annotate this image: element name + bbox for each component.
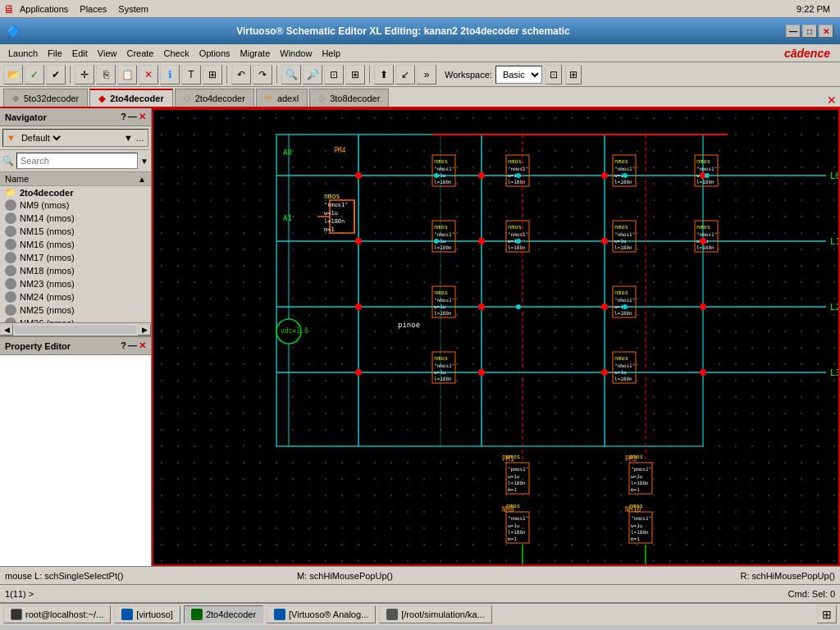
tb-delete-button[interactable]: ✕ [139, 65, 158, 84]
prop-close-icon[interactable]: ✕ [139, 340, 146, 351]
item-label-nm15: NM15 (nmos) [20, 226, 75, 236]
tb-descend-button[interactable]: ↙ [395, 65, 415, 84]
item-label-nm23: NM23 (nmos) [20, 279, 75, 289]
tb-undo-button[interactable]: ↶ [231, 65, 251, 84]
item-label-nm17: NM17 (nmos) [20, 253, 75, 262]
tb-hierarchy-button[interactable]: ⬆ [374, 65, 394, 84]
nav-item-nm16[interactable]: NM16 (nmos) [0, 238, 151, 251]
tab-2to4decoder-active[interactable]: ◆ 2to4decoder [89, 89, 172, 107]
minimize-button[interactable]: — [786, 25, 801, 38]
menu-file[interactable]: File [43, 47, 67, 60]
scroll-right-btn[interactable]: ▶ [138, 324, 151, 336]
tb-copy-button[interactable]: ⎘ [96, 65, 116, 84]
nav-scroll-up[interactable]: ▲ [138, 175, 146, 184]
places-menu[interactable]: Places [75, 2, 112, 16]
nav-folder-root[interactable]: 📁 2to4decoder [0, 186, 151, 199]
svg-point-135 [700, 304, 706, 310]
prop-min-icon[interactable]: — [128, 340, 137, 351]
nav-item-nm15[interactable]: NM15 (nmos) [0, 225, 151, 238]
tab-5to32decoder[interactable]: ◆ 5to32decoder [3, 89, 88, 107]
search-down-arrow[interactable]: ▼ [140, 157, 148, 166]
menu-window[interactable]: Window [275, 47, 317, 60]
left-scrollbar[interactable]: ◀ ▶ [0, 322, 151, 336]
system-menu[interactable]: System [113, 2, 153, 16]
tb-zoom-area-button[interactable]: ⊞ [345, 65, 365, 84]
tb-ws-btn2[interactable]: ⊞ [565, 65, 582, 84]
search-input[interactable] [16, 153, 138, 169]
svg-point-128 [478, 304, 485, 310]
schematic-area[interactable]: L0 L1 L2 L3 nmos "nmos1" w=1u l=180n [152, 108, 840, 566]
tab-2to4-active-icon: ◆ [98, 94, 105, 104]
maximize-button[interactable]: □ [802, 25, 817, 38]
applications-menu[interactable]: Applications [15, 2, 73, 16]
prop-help-icon[interactable]: ? [121, 340, 126, 351]
tab-2to4decoder-2[interactable]: ◇ 2to4decoder [175, 89, 254, 107]
tab-adexl-label: adexl [277, 94, 299, 103]
tb-zoom-out-button[interactable]: 🔎 [303, 65, 322, 84]
svg-text:l=180n: l=180n [631, 480, 649, 486]
filter-more[interactable]: … [135, 133, 144, 143]
svg-text:nmos: nmos [434, 290, 448, 296]
title-bar: 🔷 Virtuoso® Schematic Editor XL Editing:… [0, 18, 840, 44]
tab-adexl[interactable]: ✏ adexl [256, 89, 308, 107]
filter-arrow[interactable]: ▼ [124, 133, 133, 143]
close-button[interactable]: ✕ [819, 25, 833, 38]
svg-text:w=1u: w=1u [614, 238, 627, 244]
workspace-select[interactable]: Basic [495, 66, 542, 84]
nav-item-nm14[interactable]: NM14 (nmos) [0, 212, 151, 225]
tab-close-all-button[interactable]: ✕ [827, 94, 837, 107]
menu-launch[interactable]: Launch [3, 47, 43, 60]
menu-check[interactable]: Check [158, 47, 194, 60]
nav-item-nm24[interactable]: NM24 (nmos) [0, 290, 151, 304]
tb-redo-button[interactable]: ↷ [253, 65, 272, 84]
tb-move-button[interactable]: ✛ [75, 65, 94, 84]
taskbar-terminal[interactable]: root@localhost:~/... [3, 605, 111, 623]
nav-item-nm23[interactable]: NM23 (nmos) [0, 277, 151, 290]
svg-text:nmos: nmos [614, 158, 628, 165]
item-icon-nm23 [5, 278, 16, 290]
tb-pin-button[interactable]: ⊞ [203, 65, 222, 84]
svg-text:w=1u: w=1u [324, 210, 338, 217]
menu-view[interactable]: View [93, 47, 122, 60]
menu-create[interactable]: Create [121, 47, 158, 60]
toolbar: 📂 ✓ ✔ ✛ ⎘ 📋 ✕ ℹ T ⊞ ↶ ↷ 🔍 🔎 ⊡ ⊞ ⬆ ↙ » Wo… [0, 62, 840, 87]
scroll-left-btn[interactable]: ◀ [0, 324, 13, 336]
tb-zoom-fit-button[interactable]: ⊡ [324, 65, 344, 84]
taskbar-analog[interactable]: [Virtuoso® Analog... [267, 605, 376, 623]
navigator-help-icon[interactable]: ? [121, 112, 126, 122]
app-menu-bar: Launch File Edit View Create Check Optio… [0, 44, 840, 62]
menu-help[interactable]: Help [317, 47, 345, 60]
tb-open-button[interactable]: 📂 [3, 65, 23, 84]
scrollbar-track[interactable] [15, 326, 136, 334]
taskbar-analog-label: [Virtuoso® Analog... [289, 609, 368, 619]
nav-item-nm26[interactable]: NM26 (nmos) [0, 317, 151, 322]
simulation-icon [386, 609, 398, 620]
menu-migrate[interactable]: Migrate [235, 47, 276, 60]
taskbar-2to4decoder[interactable]: 2to4decoder [184, 605, 263, 623]
tb-more-button[interactable]: » [417, 65, 436, 84]
tb-save-button[interactable]: ✓ [25, 65, 44, 84]
tb-paste-button[interactable]: 📋 [117, 65, 137, 84]
nav-item-nm9[interactable]: NM9 (nmos) [0, 199, 151, 212]
nav-item-nm25[interactable]: NM25 (nmos) [0, 304, 151, 317]
navigator-close-icon[interactable]: ✕ [139, 112, 146, 122]
nav-item-nm17[interactable]: NM17 (nmos) [0, 251, 151, 264]
nav-filter-select[interactable]: Default [18, 132, 63, 144]
navigator-min-icon[interactable]: — [128, 112, 137, 122]
menu-edit[interactable]: Edit [67, 47, 93, 60]
taskbar-simulation[interactable]: [/root/simulation/ka... [379, 605, 492, 623]
tb-info-button[interactable]: ℹ [160, 65, 180, 84]
nav-item-nm18[interactable]: NM18 (nmos) [0, 264, 151, 277]
tb-zoom-in-button[interactable]: 🔍 [281, 65, 301, 84]
item-icon-nm17 [5, 252, 16, 263]
tb-ws-btn1[interactable]: ⊡ [546, 65, 562, 84]
svg-text:m=1: m=1 [631, 536, 640, 541]
tab-3to8decoder[interactable]: ◇ 3to8decoder [309, 89, 389, 107]
tb-check-button[interactable]: ✔ [46, 65, 66, 84]
taskbar-virtuoso[interactable]: [virtuoso] [114, 605, 180, 623]
decoder-icon [191, 609, 203, 620]
taskbar-apps-icon[interactable]: ⊞ [817, 605, 837, 623]
menu-options[interactable]: Options [194, 47, 235, 60]
property-editor-title: Property Editor [5, 341, 71, 351]
tb-text-button[interactable]: T [181, 65, 201, 84]
